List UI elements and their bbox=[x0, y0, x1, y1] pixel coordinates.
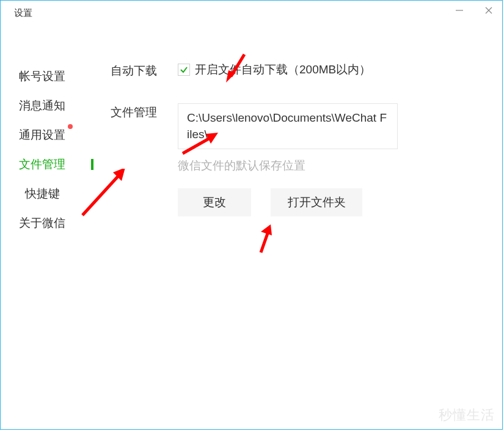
file-path-hint: 微信文件的默认保存位置 bbox=[178, 158, 478, 174]
file-manage-content: C:\Users\lenovo\Documents\WeChat Files\ … bbox=[178, 103, 478, 216]
close-icon bbox=[484, 6, 493, 15]
sidebar-item-shortcuts[interactable]: 快捷键 bbox=[19, 179, 111, 208]
window-controls bbox=[452, 3, 496, 18]
auto-download-row: 自动下载 开启文件自动下载（200MB以内） bbox=[111, 62, 478, 79]
auto-download-content: 开启文件自动下载（200MB以内） bbox=[178, 62, 478, 78]
auto-download-label: 开启文件自动下载（200MB以内） bbox=[195, 62, 371, 78]
file-path-input[interactable]: C:\Users\lenovo\Documents\WeChat Files\ bbox=[178, 103, 398, 149]
checkmark-icon bbox=[179, 65, 189, 75]
sidebar-item-label: 关于微信 bbox=[19, 215, 65, 231]
sidebar-item-files[interactable]: 文件管理 bbox=[19, 150, 111, 179]
sidebar-item-label: 消息通知 bbox=[19, 98, 65, 114]
change-button[interactable]: 更改 bbox=[178, 188, 251, 216]
sidebar-item-label: 帐号设置 bbox=[19, 68, 65, 84]
sidebar: 帐号设置 消息通知 通用设置 文件管理 快捷键 bbox=[1, 62, 111, 241]
file-buttons-row: 更改 打开文件夹 bbox=[178, 188, 478, 216]
minimize-icon bbox=[455, 6, 464, 15]
file-manage-section-label: 文件管理 bbox=[111, 103, 178, 120]
sidebar-item-label: 快捷键 bbox=[25, 186, 60, 202]
main-panel: 自动下载 开启文件自动下载（200MB以内） 文件管理 C:\Users\len… bbox=[111, 62, 502, 241]
sidebar-item-label: 文件管理 bbox=[19, 157, 65, 172]
auto-download-checkbox[interactable] bbox=[178, 64, 190, 76]
file-manage-row: 文件管理 C:\Users\lenovo\Documents\WeChat Fi… bbox=[111, 103, 478, 216]
active-indicator-icon bbox=[91, 159, 93, 170]
sidebar-item-account[interactable]: 帐号设置 bbox=[19, 62, 111, 91]
sidebar-item-notifications[interactable]: 消息通知 bbox=[19, 91, 111, 120]
watermark-text: 秒懂生活 bbox=[439, 406, 495, 424]
close-button[interactable] bbox=[481, 3, 496, 18]
content: 帐号设置 消息通知 通用设置 文件管理 快捷键 bbox=[1, 25, 502, 241]
sidebar-item-general[interactable]: 通用设置 bbox=[19, 120, 111, 150]
auto-download-section-label: 自动下载 bbox=[111, 62, 178, 79]
titlebar: 设置 bbox=[1, 1, 502, 25]
minimize-button[interactable] bbox=[452, 3, 467, 18]
sidebar-item-label: 通用设置 bbox=[19, 127, 65, 143]
sidebar-item-about[interactable]: 关于微信 bbox=[19, 208, 111, 238]
settings-window: 设置 帐号设置 消息通知 通用设置 bbox=[0, 0, 503, 430]
auto-download-checkbox-line: 开启文件自动下载（200MB以内） bbox=[178, 62, 478, 78]
open-folder-button[interactable]: 打开文件夹 bbox=[271, 188, 362, 216]
notification-dot-icon bbox=[68, 124, 73, 129]
window-title: 设置 bbox=[14, 7, 32, 19]
